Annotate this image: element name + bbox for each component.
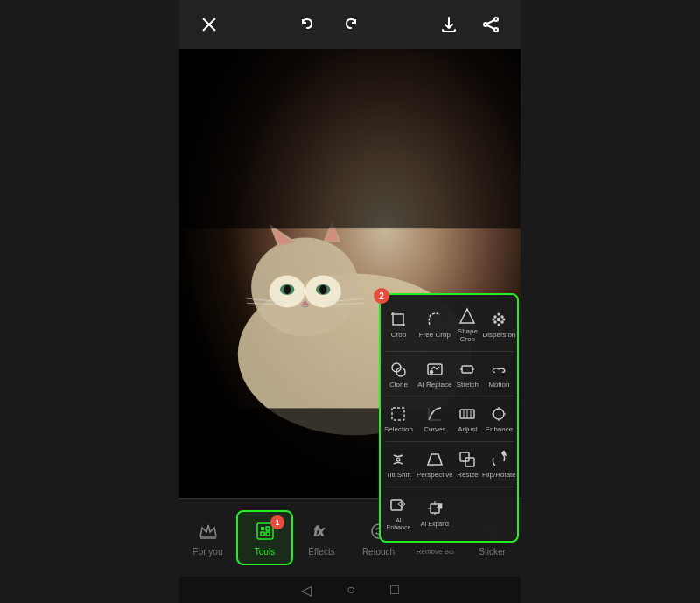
svg-rect-71 <box>257 523 273 539</box>
svg-point-40 <box>430 370 432 373</box>
tool-ai-replace[interactable]: AI Replace <box>415 354 455 395</box>
tool-curves[interactable]: Curves <box>415 398 455 439</box>
svg-point-33 <box>499 314 500 316</box>
svg-point-56 <box>396 458 400 461</box>
system-nav: ◁ ○ □ <box>179 577 521 603</box>
tool-enhance[interactable]: Enhance <box>480 398 518 439</box>
svg-rect-41 <box>462 366 472 373</box>
tools-panel: 2 Crop Free Crop Shape Crop <box>379 293 519 543</box>
svg-point-51 <box>494 409 504 419</box>
svg-line-5 <box>487 20 494 24</box>
download-button[interactable] <box>433 9 465 40</box>
svg-text:fx: fx <box>314 524 325 538</box>
svg-point-9 <box>251 237 359 336</box>
nav-item-tools[interactable]: 1 Tools <box>236 510 293 565</box>
svg-point-31 <box>494 321 496 323</box>
tool-selection[interactable]: Selection <box>382 398 415 439</box>
tool-ai-enhance[interactable]: AI Enhance <box>382 489 415 536</box>
back-button[interactable]: ◁ <box>301 582 312 599</box>
svg-text:AI: AI <box>438 503 443 508</box>
svg-line-6 <box>487 25 494 29</box>
svg-rect-63 <box>391 500 402 510</box>
svg-point-34 <box>499 325 500 326</box>
effects-icon: fx <box>310 519 334 543</box>
tool-adjust[interactable]: Adjust <box>455 398 480 439</box>
nav-item-for-you[interactable]: For you <box>179 512 236 564</box>
svg-rect-72 <box>261 527 264 530</box>
svg-line-58 <box>428 454 431 465</box>
svg-point-2 <box>494 18 498 21</box>
tool-free-crop[interactable]: Free Crop <box>415 300 455 349</box>
tool-dispersion[interactable]: Dispersion <box>480 300 518 349</box>
recents-button[interactable]: □ <box>390 582 399 598</box>
svg-point-18 <box>284 285 290 294</box>
svg-rect-73 <box>266 527 270 530</box>
nav-item-effects[interactable]: fx Effects <box>293 512 350 564</box>
svg-point-28 <box>498 319 500 321</box>
undo-button[interactable] <box>292 9 324 40</box>
svg-rect-44 <box>392 408 404 420</box>
svg-marker-27 <box>460 309 474 323</box>
tool-shape-crop[interactable]: Shape Crop <box>455 300 480 349</box>
tool-clone[interactable]: Clone <box>382 354 415 395</box>
tool-ai-expand[interactable]: AI AI Expand <box>415 489 455 536</box>
tool-motion[interactable]: Motion <box>480 354 518 395</box>
tools-badge: 1 <box>270 515 284 529</box>
svg-point-36 <box>504 319 506 321</box>
close-button[interactable] <box>193 9 225 40</box>
svg-point-30 <box>501 316 503 318</box>
tool-flip-rotate[interactable]: Flip/Rotate <box>480 444 518 485</box>
phone-container: Foo 2 Crop Free Crop Shape Cro <box>179 0 521 603</box>
tool-stretch[interactable]: Stretch <box>455 354 480 395</box>
svg-point-35 <box>494 319 495 321</box>
crown-icon <box>196 519 220 543</box>
svg-rect-74 <box>261 532 264 536</box>
svg-point-32 <box>501 321 503 323</box>
svg-point-3 <box>494 28 498 32</box>
svg-point-4 <box>484 23 487 26</box>
tools-panel-badge: 2 <box>374 288 389 304</box>
tool-crop[interactable]: Crop <box>382 300 415 349</box>
svg-rect-25 <box>179 49 521 228</box>
tool-tilt-shift[interactable]: Tilt Shift <box>382 444 415 485</box>
tool-resize[interactable]: Resize <box>455 444 480 485</box>
svg-point-19 <box>319 285 326 294</box>
svg-rect-61 <box>466 458 474 466</box>
home-button[interactable]: ○ <box>346 582 355 598</box>
svg-point-29 <box>494 316 496 318</box>
tool-perspective[interactable]: Perspective <box>415 444 455 485</box>
svg-rect-75 <box>266 532 270 536</box>
redo-button[interactable] <box>334 9 366 40</box>
svg-line-59 <box>438 454 442 465</box>
top-bar <box>179 0 521 49</box>
svg-rect-60 <box>460 452 469 461</box>
share-button[interactable] <box>475 9 507 40</box>
